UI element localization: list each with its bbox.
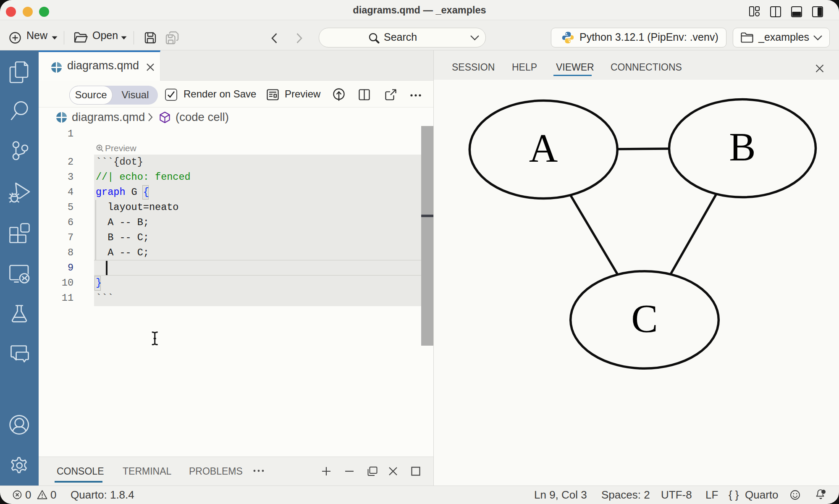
svg-text:A: A (529, 126, 558, 171)
svg-text:C: C (631, 297, 658, 341)
svg-text:B: B (729, 125, 755, 169)
